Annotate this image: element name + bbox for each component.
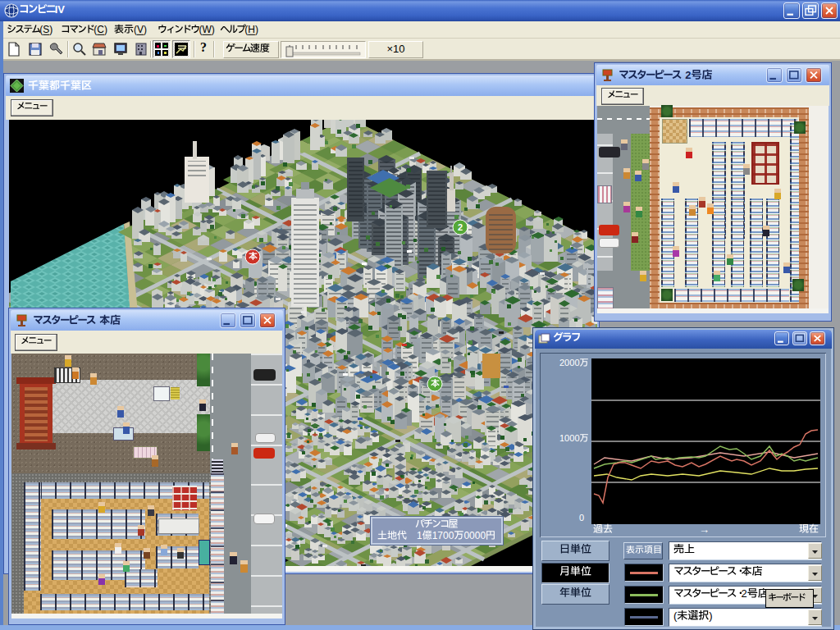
- svg-text:): ): [144, 24, 147, 35]
- svg-text:): ): [709, 610, 712, 622]
- svg-text:0: 0: [449, 530, 454, 541]
- svg-text:H: H: [248, 24, 255, 35]
- svg-text:): ): [104, 24, 107, 35]
- svg-text:W: W: [202, 24, 212, 35]
- svg-text:2: 2: [685, 69, 691, 81]
- svg-text:): ): [212, 24, 215, 35]
- svg-text:1: 1: [417, 530, 422, 541]
- svg-text:2: 2: [742, 588, 747, 600]
- svg-text:0: 0: [574, 433, 579, 443]
- svg-text:): ): [255, 24, 258, 35]
- svg-text:0: 0: [480, 530, 486, 541]
- svg-text:V: V: [57, 3, 65, 16]
- svg-text:0: 0: [574, 358, 579, 368]
- svg-text:V: V: [137, 24, 144, 35]
- svg-text:(: (: [673, 610, 678, 622]
- svg-text:): ): [49, 24, 52, 35]
- svg-text:C: C: [97, 24, 104, 35]
- svg-text:S: S: [43, 24, 49, 35]
